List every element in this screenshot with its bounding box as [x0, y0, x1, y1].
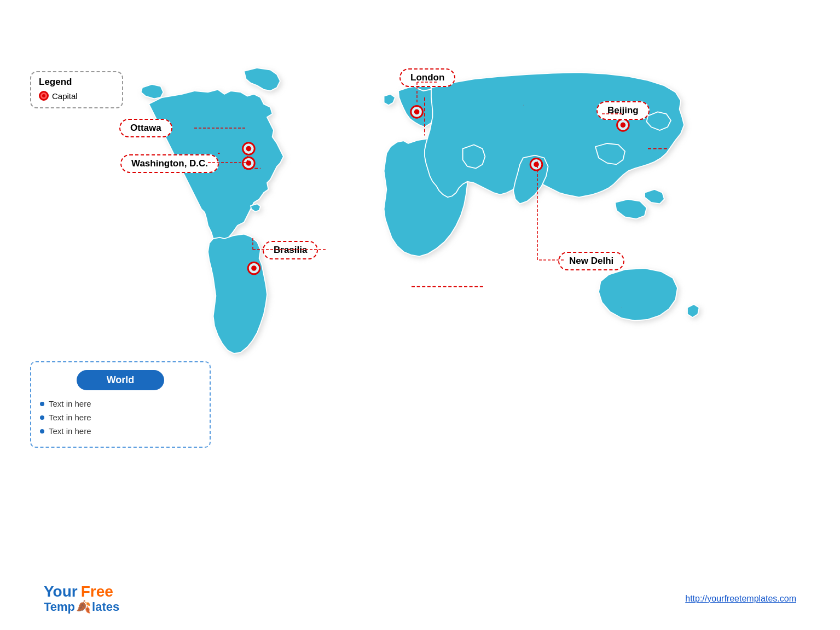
- footer-logo: Your Free Temp 🍂 lates: [44, 583, 119, 614]
- svg-point-14: [251, 265, 257, 271]
- logo-leaf-icon: 🍂: [76, 600, 91, 614]
- list-item-text-1: Text in here: [49, 399, 91, 408]
- map-container: London Ottawa Washington, D.C. Brasilia …: [109, 49, 766, 421]
- legend-item-capital: Capital: [39, 91, 114, 101]
- london-label: London: [399, 68, 455, 87]
- footer-url[interactable]: http://yourfreetemplates.com: [685, 594, 796, 604]
- washington-label: Washington, D.C.: [120, 154, 219, 173]
- svg-point-16: [534, 162, 539, 167]
- ottawa-label: Ottawa: [119, 119, 172, 137]
- svg-point-18: [621, 123, 626, 128]
- logo-temp-text: Temp: [44, 600, 75, 614]
- svg-point-12: [246, 160, 252, 166]
- capital-label: Capital: [52, 91, 78, 101]
- list-item-3: Text in here: [40, 424, 201, 438]
- world-map: [109, 49, 766, 421]
- legend-title: Legend: [39, 77, 114, 88]
- svg-point-10: [246, 146, 252, 152]
- list-item-text-2: Text in here: [49, 413, 91, 422]
- newdelhi-label: New Delhi: [558, 252, 624, 270]
- logo-lates-text: lates: [92, 600, 119, 614]
- bullet-3: [40, 429, 44, 434]
- bullet-2: [40, 415, 44, 420]
- capital-icon-inner: [42, 94, 45, 97]
- bullet-1: [40, 402, 44, 406]
- logo-your: Your: [44, 583, 78, 600]
- brasilia-label: Brasilia: [263, 241, 318, 259]
- footer: Your Free Temp 🍂 lates http://yourfreete…: [0, 583, 840, 614]
- beijing-label: Beijing: [596, 101, 650, 120]
- capital-icon: [39, 91, 49, 101]
- svg-point-8: [414, 109, 420, 115]
- list-item-text-3: Text in here: [49, 426, 91, 436]
- logo-free: Free: [81, 583, 113, 600]
